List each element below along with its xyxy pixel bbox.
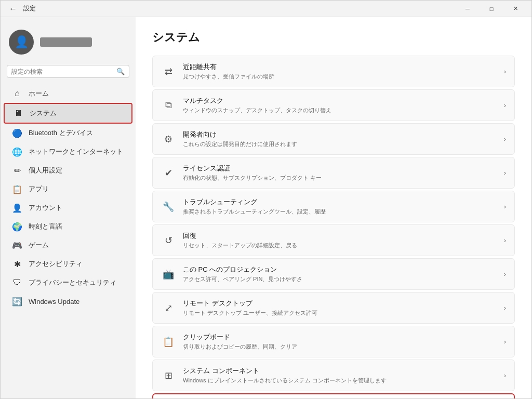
sidebar-item-time[interactable]: 🌍 時刻と言語 xyxy=(4,217,132,236)
settings-item-left-system-components: ⊞ システム コンポーネント Windows にプレインストールされているシステ… xyxy=(161,366,387,384)
nav-icon-gaming: 🎮 xyxy=(12,240,22,250)
settings-item-recovery[interactable]: ↺ 回復 リセット、スタートアップの詳細設定、戻る › xyxy=(152,224,515,256)
sidebar-item-accounts[interactable]: 👤 アカウント xyxy=(4,198,132,217)
close-button[interactable]: ✕ xyxy=(503,1,527,17)
nav-label-apps: アプリ xyxy=(29,184,49,194)
sidebar-item-gaming[interactable]: 🎮 ゲーム xyxy=(4,236,132,255)
nav-label-network: ネットワークとインターネット xyxy=(29,147,123,156)
settings-title-developer: 開発者向け xyxy=(183,130,297,139)
nav-label-system: システム xyxy=(30,109,57,118)
settings-item-left-developer: ⚙ 開発者向け これらの設定は開発目的だけに使用されます xyxy=(161,130,297,148)
settings-item-left-troubleshoot: 🔧 トラブルシューティング 推奨されるトラブルシューティングツール、設定、履歴 xyxy=(161,197,326,216)
sidebar-item-accessibility[interactable]: ✱ アクセシビリティ xyxy=(4,255,132,273)
sidebar-item-bluetooth[interactable]: 🔵 Bluetooth とデバイス xyxy=(4,124,132,142)
nav-list: ⌂ ホーム 🖥 システム 🔵 Bluetooth とデバイス 🌐 ネットワークと… xyxy=(1,84,136,311)
settings-title-troubleshoot: トラブルシューティング xyxy=(183,197,326,207)
sidebar-item-windows-update[interactable]: 🔄 Windows Update xyxy=(4,292,132,311)
settings-icon-developer: ⚙ xyxy=(161,132,176,147)
content-area: 👤 🔍 ⌂ ホーム 🖥 システム 🔵 Bluetooth とデバイス 🌐 ネット… xyxy=(1,17,531,398)
settings-desc-system-components: Windows にプレインストールされているシステム コンポーネントを管理します xyxy=(183,377,387,384)
nav-icon-privacy: 🛡 xyxy=(12,277,22,288)
settings-item-clipboard[interactable]: 📋 クリップボード 切り取りおよびコピーの履歴、同期、クリア › xyxy=(152,326,515,357)
settings-item-left-recovery: ↺ 回復 リセット、スタートアップの詳細設定、戻る xyxy=(161,231,297,249)
nav-label-bluetooth: Bluetooth とデバイス xyxy=(29,128,93,138)
settings-item-multitasking[interactable]: ⧉ マルチタスク ウィンドウのスナップ、デスクトップ、タスクの切り替え › xyxy=(152,89,515,121)
nav-icon-network: 🌐 xyxy=(12,147,22,157)
nav-label-time: 時刻と言語 xyxy=(29,222,62,231)
settings-title-nearby-sharing: 近距離共有 xyxy=(183,62,274,72)
nav-icon-accounts: 👤 xyxy=(12,203,22,213)
chevron-icon-multitasking: › xyxy=(504,101,506,109)
settings-icon-troubleshoot: 🔧 xyxy=(161,200,176,214)
settings-item-nearby-sharing[interactable]: ⇄ 近距離共有 見つけやすさ、受信ファイルの場所 › xyxy=(152,56,515,87)
settings-icon-nearby-sharing: ⇄ xyxy=(161,64,176,79)
settings-icon-clipboard: 📋 xyxy=(161,335,176,349)
settings-text-nearby-sharing: 近距離共有 見つけやすさ、受信ファイルの場所 xyxy=(183,62,274,81)
settings-desc-multitasking: ウィンドウのスナップ、デスクトップ、タスクの切り替え xyxy=(183,107,331,114)
settings-desc-nearby-sharing: 見つけやすさ、受信ファイルの場所 xyxy=(183,73,274,81)
settings-text-license: ライセンス認証 有効化の状態、サブスクリプション、プロダクト キー xyxy=(183,164,322,182)
settings-item-system-components[interactable]: ⊞ システム コンポーネント Windows にプレインストールされているシステ… xyxy=(152,360,515,391)
settings-item-remote-desktop[interactable]: ⤢ リモート デスクトップ リモート デスクトップ ユーザー、接続アクセス許可 … xyxy=(152,292,515,324)
settings-text-clipboard: クリップボード 切り取りおよびコピーの履歴、同期、クリア xyxy=(183,332,297,351)
settings-title-clipboard: クリップボード xyxy=(183,332,297,342)
nav-icon-bluetooth: 🔵 xyxy=(12,128,22,138)
settings-text-projection: この PC へのプロジェクション アクセス許可、ペアリング PIN、見つけやすさ xyxy=(183,265,302,283)
sidebar-item-home[interactable]: ⌂ ホーム xyxy=(4,84,132,103)
search-box[interactable]: 🔍 xyxy=(7,65,129,78)
nav-icon-accessibility: ✱ xyxy=(12,259,22,269)
settings-desc-developer: これらの設定は開発目的だけに使用されます xyxy=(183,140,297,148)
sidebar: 👤 🔍 ⌂ ホーム 🖥 システム 🔵 Bluetooth とデバイス 🌐 ネット… xyxy=(1,17,136,398)
settings-item-developer[interactable]: ⚙ 開発者向け これらの設定は開発目的だけに使用されます › xyxy=(152,123,515,155)
settings-window: ← 設定 ─ □ ✕ 👤 🔍 ⌂ ホーム 🖥 xyxy=(0,0,532,399)
settings-desc-troubleshoot: 推奨されるトラブルシューティングツール、設定、履歴 xyxy=(183,208,326,216)
nav-label-personalization: 個人用設定 xyxy=(29,166,62,175)
minimize-button[interactable]: ─ xyxy=(456,1,480,17)
user-profile: 👤 xyxy=(1,23,136,65)
settings-item-left-license: ✔ ライセンス認証 有効化の状態、サブスクリプション、プロダクト キー xyxy=(161,164,322,182)
back-button[interactable]: ← xyxy=(7,4,19,14)
maximize-button[interactable]: □ xyxy=(480,1,503,17)
settings-title-projection: この PC へのプロジェクション xyxy=(183,265,302,274)
settings-item-left-projection: 📺 この PC へのプロジェクション アクセス許可、ペアリング PIN、見つけや… xyxy=(161,265,302,283)
user-name xyxy=(40,37,92,47)
settings-icon-recovery: ↺ xyxy=(161,233,176,248)
settings-desc-clipboard: 切り取りおよびコピーの履歴、同期、クリア xyxy=(183,343,297,351)
sidebar-item-system[interactable]: 🖥 システム xyxy=(4,103,132,124)
settings-item-left-nearby-sharing: ⇄ 近距離共有 見つけやすさ、受信ファイルの場所 xyxy=(161,62,274,81)
search-icon: 🔍 xyxy=(116,68,125,75)
settings-title-remote-desktop: リモート デスクトップ xyxy=(183,299,317,308)
chevron-icon-developer: › xyxy=(504,135,506,143)
page-title: システム xyxy=(152,30,515,45)
nav-icon-windows-update: 🔄 xyxy=(12,296,22,307)
settings-item-optional-features[interactable]: ⊞ オプション機能 デバイス向け追加機能 › xyxy=(152,393,515,398)
sidebar-item-apps[interactable]: 📋 アプリ xyxy=(4,180,132,198)
chevron-icon-projection: › xyxy=(504,270,506,278)
settings-desc-recovery: リセット、スタートアップの詳細設定、戻る xyxy=(183,242,297,249)
settings-text-remote-desktop: リモート デスクトップ リモート デスクトップ ユーザー、接続アクセス許可 xyxy=(183,299,317,317)
nav-label-home: ホーム xyxy=(29,89,49,98)
nav-icon-personalization: ✏ xyxy=(12,165,22,176)
chevron-icon-license: › xyxy=(504,169,506,177)
title-bar: ← 設定 ─ □ ✕ xyxy=(1,1,531,17)
settings-title-recovery: 回復 xyxy=(183,231,297,241)
search-input[interactable] xyxy=(11,68,113,75)
nav-icon-time: 🌍 xyxy=(12,221,22,232)
chevron-icon-troubleshoot: › xyxy=(504,203,506,210)
title-bar-left: ← 設定 xyxy=(7,4,36,14)
avatar: 👤 xyxy=(9,30,34,55)
nav-icon-system: 🖥 xyxy=(13,108,23,118)
nav-label-windows-update: Windows Update xyxy=(29,298,79,305)
settings-item-license[interactable]: ✔ ライセンス認証 有効化の状態、サブスクリプション、プロダクト キー › xyxy=(152,157,515,189)
settings-text-system-components: システム コンポーネント Windows にプレインストールされているシステム … xyxy=(183,366,387,384)
settings-item-troubleshoot[interactable]: 🔧 トラブルシューティング 推奨されるトラブルシューティングツール、設定、履歴 … xyxy=(152,191,515,222)
settings-title-license: ライセンス認証 xyxy=(183,164,322,173)
window-controls: ─ □ ✕ xyxy=(456,1,527,17)
sidebar-item-personalization[interactable]: ✏ 個人用設定 xyxy=(4,161,132,180)
sidebar-item-privacy[interactable]: 🛡 プライバシーとセキュリティ xyxy=(4,273,132,292)
nav-label-privacy: プライバシーとセキュリティ xyxy=(29,278,116,287)
sidebar-item-network[interactable]: 🌐 ネットワークとインターネット xyxy=(4,142,132,161)
nav-icon-apps: 📋 xyxy=(12,184,22,194)
settings-icon-remote-desktop: ⤢ xyxy=(161,301,176,315)
settings-item-projection[interactable]: 📺 この PC へのプロジェクション アクセス許可、ペアリング PIN、見つけや… xyxy=(152,258,515,290)
